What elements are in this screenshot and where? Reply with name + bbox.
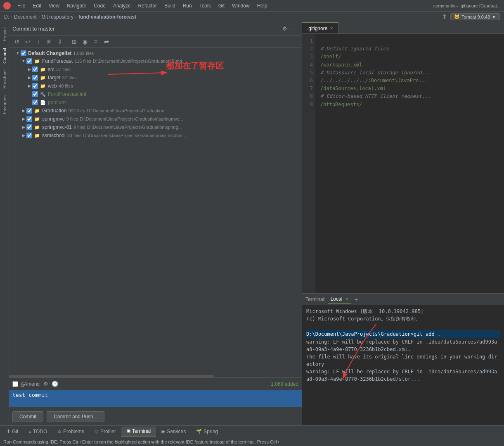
collapse-arrow-icon[interactable]: ▼ [15,50,21,56]
expand-arrow-icon[interactable]: ▶ [26,83,32,89]
list-item[interactable]: ▶ 📁 web 40 files [9,82,302,90]
diff-icon[interactable]: ⇌ [102,37,111,46]
menu-build[interactable]: Build [161,2,179,9]
web-checkbox[interactable] [32,83,38,89]
tomcat-button[interactable]: 🐱 Tomcat 9.0.43 ▼ [450,13,500,20]
breadcrumb-document[interactable]: Document [14,14,37,20]
list-item[interactable]: ▶ 📁 Graduation 902 files D:\Document\Jav… [9,107,302,115]
menu-help[interactable]: Help [254,2,271,9]
list-item[interactable]: 📄 pom.xml [9,98,302,107]
menu-refactor[interactable]: Refactor [135,2,160,9]
ssmschool-label: ssmschool [42,133,66,138]
commit-message-input[interactable]: test commit [9,390,302,407]
list-item[interactable]: ▶ 📁 target 37 files [9,74,302,82]
breadcrumb-project[interactable]: fund-evaluation-forecast [78,14,136,20]
menu-navigate[interactable]: Navigate [64,2,90,9]
ssmschool-checkbox[interactable] [26,133,32,138]
menu-tools[interactable]: Tools [196,2,214,9]
ssmschool-path: D:\Document\JavaProjects\Graduation\ssms… [83,133,186,138]
menu-file[interactable]: File [14,2,28,9]
bottom-tab-services[interactable]: ◉ Services [156,427,191,436]
sort-icon[interactable]: ≡ [91,37,100,46]
menu-view[interactable]: View [45,2,63,9]
download-icon[interactable]: ⇩ [55,37,64,46]
menu-edit[interactable]: Edit [29,2,45,9]
bottom-tab-profiler[interactable]: ◎ Profiler [90,427,121,436]
breadcrumb-drive: D: [4,14,9,20]
list-item[interactable]: ▶ 📁 springmvc-01 9 files D:\Document\Jav… [9,123,302,131]
bottom-tab-git[interactable]: ⬆ Git [2,427,24,436]
expand-arrow-icon[interactable]: ▶ [26,66,32,72]
sidebar-tab-project[interactable]: Project [0,24,9,45]
menu-code[interactable]: Code [90,2,109,9]
menu-analyze[interactable]: Analyze [110,2,134,9]
sidebar-tab-commit[interactable]: Commit [0,45,9,67]
close-tab-icon[interactable]: ✕ [330,26,333,31]
amend-settings-icon[interactable]: ⚙ [42,380,50,388]
copy-icon[interactable]: ⎘ [45,37,54,46]
menu-window[interactable]: Window [229,2,253,9]
minimize-icon[interactable]: — [291,25,298,33]
expand-arrow-icon[interactable]: ▶ [21,108,26,114]
graduation-checkbox[interactable] [26,108,32,114]
tab-gitignore[interactable]: .gitignore ✕ [302,22,338,33]
update-icon[interactable]: ↑ [34,37,43,46]
springmvc01-count: 9 files [73,125,85,130]
iml-checkbox[interactable] [32,91,38,97]
tomcat-icon: 🐱 [454,14,460,19]
file-tree: ▼ Default Changelist 1,069 files ▼ 📁 Fun… [9,48,302,141]
fundforecast-label: FundForecast [42,58,73,64]
expand-arrow-icon[interactable]: ▶ [21,116,26,122]
folder-icon: 📁 [34,124,40,130]
amend-history-icon[interactable]: 🕐 [51,380,59,388]
src-checkbox[interactable] [32,66,38,72]
changelist-checkbox[interactable] [21,50,26,56]
amend-checkbox[interactable] [12,381,18,387]
expand-arrow-icon[interactable]: ▶ [26,75,32,81]
expand-arrow-icon[interactable]: ▼ [21,58,26,64]
navigate-back-icon[interactable]: ⬆ [442,13,447,21]
status-text: Run Commands using IDE: Press Ctrl+Enter… [3,439,280,444]
expand-arrow-icon[interactable]: ▶ [21,133,26,138]
bottom-tab-todo[interactable]: ≡ TODO [24,427,52,436]
filter-icon[interactable]: ◉ [80,37,90,46]
breadcrumb: D: › Document › Git respository › fund-e… [0,12,504,22]
list-item[interactable]: ▶ 📁 src 37 files [9,65,302,74]
close-terminal-tab-icon[interactable]: ✕ [345,297,349,301]
group-icon[interactable]: ⊞ [70,37,79,46]
list-item[interactable]: ▼ 📁 FundForecast 116 files D:\Document\J… [9,57,302,65]
bottom-tab-problems[interactable]: ⚠ Problems [52,427,90,436]
list-item[interactable]: ▶ 📁 springmvc 9 files D:\Document\JavaPr… [9,115,302,123]
sidebar-tab-favorites[interactable]: Favorites [0,92,9,117]
list-item[interactable]: ▼ Default Changelist 1,069 files [9,50,302,57]
menu-run[interactable]: Run [180,2,195,9]
terminal-line: The file will have its original line end… [306,353,500,368]
expand-arrow-icon[interactable]: ▶ [21,124,26,130]
menu-bar: File Edit View Navigate Code Analyze Ref… [0,0,504,12]
add-terminal-icon[interactable]: + [355,296,358,303]
sidebar-tab-structure[interactable]: Structure [0,67,9,92]
commit-push-button[interactable]: Commit and Push... [47,411,104,422]
springmvc-checkbox[interactable] [26,116,32,122]
menu-git[interactable]: Git [215,2,228,9]
spring-icon: 🌱 [196,429,202,434]
terminal-content[interactable]: Microsoft Windows [版本 10.0.19042.985] (c… [302,305,504,425]
target-checkbox[interactable] [32,75,38,81]
pom-checkbox[interactable] [32,100,38,105]
springmvc01-checkbox[interactable] [26,124,32,130]
refresh-icon[interactable]: ↺ [12,37,21,46]
list-item[interactable]: ▶ 📁 ssmschool 33 files D:\Document\JavaP… [9,131,302,140]
breadcrumb-git[interactable]: Git respository [42,14,73,20]
list-item[interactable]: 🔧 FundForecast.iml [9,90,302,98]
placeholder [26,91,32,97]
undo-icon[interactable]: ↩ [23,37,32,46]
terminal-tab-local[interactable]: Local ✕ [328,295,351,304]
services-icon: ◉ [161,429,165,434]
commit-button[interactable]: Commit [12,411,43,422]
fundforecast-checkbox[interactable] [26,58,32,64]
terminal-icon: ▣ [126,428,130,434]
bottom-tab-spring[interactable]: 🌱 Spring [191,427,223,436]
settings-icon[interactable]: ⚙ [281,25,289,33]
graduation-label: Graduation [42,108,66,114]
bottom-tab-terminal[interactable]: ▣ Terminal [121,427,156,437]
